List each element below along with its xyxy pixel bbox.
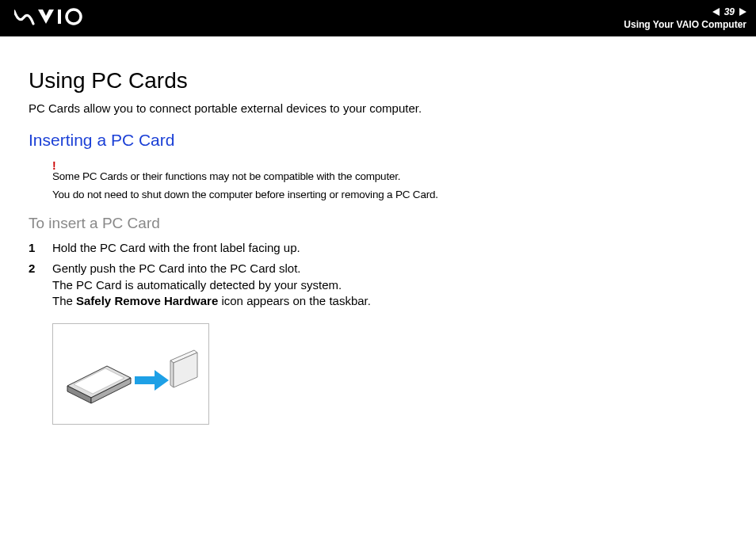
bold-term: Safely Remove Hardware bbox=[76, 294, 218, 307]
svg-rect-0 bbox=[58, 10, 61, 24]
warning-text-1: Some PC Cards or their functions may not… bbox=[52, 170, 727, 182]
pc-card-illustration bbox=[52, 323, 209, 425]
next-page-icon[interactable] bbox=[739, 8, 746, 16]
svg-marker-8 bbox=[170, 360, 174, 387]
steps-list: 1 Hold the PC Card with the front label … bbox=[29, 240, 727, 309]
warning-text-2: You do not need to shut down the compute… bbox=[52, 189, 727, 200]
svg-point-1 bbox=[67, 10, 81, 24]
intro-text: PC Cards allow you to connect portable e… bbox=[29, 101, 727, 115]
list-item: 2 Gently push the PC Card into the PC Ca… bbox=[29, 261, 727, 309]
page-content: Using PC Cards PC Cards allow you to con… bbox=[0, 36, 756, 425]
step-text: Gently push the PC Card into the PC Card… bbox=[52, 261, 727, 309]
arrow-right-icon bbox=[135, 370, 169, 391]
sub-heading: Inserting a PC Card bbox=[29, 131, 727, 150]
vaio-logo bbox=[14, 8, 94, 29]
step-number: 1 bbox=[29, 240, 52, 256]
section-title: Using Your VAIO Computer bbox=[624, 19, 746, 30]
warning-block: ! Some PC Cards or their functions may n… bbox=[52, 159, 727, 200]
card-slot-icon bbox=[170, 350, 197, 387]
step-number: 2 bbox=[29, 261, 52, 309]
header-bar: 39 Using Your VAIO Computer bbox=[0, 0, 756, 36]
header-right: 39 Using Your VAIO Computer bbox=[624, 6, 746, 30]
prev-page-icon[interactable] bbox=[712, 8, 720, 16]
pc-card-icon bbox=[67, 366, 131, 403]
task-heading: To insert a PC Card bbox=[29, 215, 727, 232]
svg-marker-6 bbox=[135, 370, 169, 391]
page-number: 39 bbox=[724, 6, 735, 17]
page-title: Using PC Cards bbox=[29, 68, 727, 93]
list-item: 1 Hold the PC Card with the front label … bbox=[29, 240, 727, 256]
page-navigator: 39 bbox=[712, 6, 746, 17]
step-text: Hold the PC Card with the front label fa… bbox=[52, 240, 727, 256]
